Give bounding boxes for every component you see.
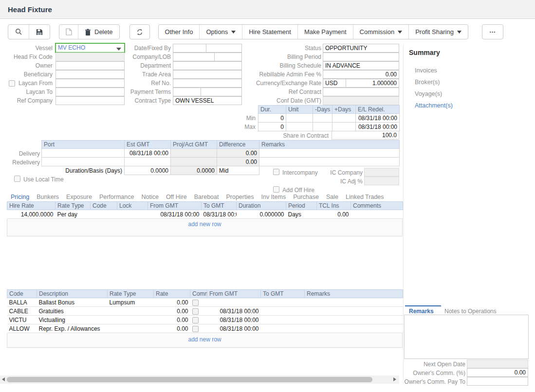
charge-description-cell[interactable]: Gratuities [37,307,108,316]
charge-description-cell[interactable]: Repr. Exp. / Allowances [37,324,108,333]
basis-cell[interactable]: Mid [217,166,259,175]
charge-rate-cell[interactable]: 0.00 [154,316,190,324]
laycan-from-field[interactable] [55,79,125,88]
vessel-select[interactable]: MV ECHO [55,43,125,53]
contract-type-field[interactable]: OWN VESSEL [173,96,242,105]
charge-rate-type-cell[interactable] [108,316,154,324]
date-field[interactable] [173,44,206,53]
charge-description-cell[interactable]: Ballast Bonus [37,298,108,307]
rate-type-cell[interactable]: Per day [55,210,91,219]
charge-code-cell[interactable]: ALLOW [7,324,37,333]
delete-button[interactable]: Delete [78,25,119,39]
redelivery-est-gmt-cell[interactable] [125,158,171,166]
charge-remarks-cell[interactable] [305,298,403,307]
status-field[interactable]: OPPORTUNITY [323,44,399,53]
delivery-remarks-cell[interactable] [259,149,400,158]
charge-code-cell[interactable]: VICTU [7,316,37,324]
pricing-add-new-row-link[interactable]: add new row [7,221,402,228]
delivery-port-cell[interactable] [42,149,125,158]
code-cell[interactable] [91,210,117,219]
tcl-ins-cell[interactable]: 0.00 [317,210,351,219]
min-plus-days-cell[interactable] [332,114,356,123]
trade-area-field[interactable] [173,70,242,79]
company-field[interactable] [173,53,215,61]
comm-checkbox[interactable] [192,308,199,315]
rebillable-admin-fee-field[interactable]: 0.00 [323,70,399,79]
department-field[interactable] [173,61,242,70]
charge-remarks-cell[interactable] [305,307,403,316]
comm-checkbox[interactable] [192,300,199,306]
comm-checkbox[interactable] [192,317,199,323]
min-unit-cell[interactable] [286,114,313,123]
max-el-redel-cell[interactable]: 08/31/18 00:00 [356,123,400,131]
charges-add-new-row-link[interactable]: add new row [7,336,402,343]
delivery-est-gmt-cell[interactable]: 08/31/18 00:00 [125,149,171,158]
tab-remarks[interactable]: Remarks [409,308,434,315]
period-cell[interactable]: Days [286,210,317,219]
charge-rate-cell[interactable]: 0.00 [154,298,190,307]
charge-from-gmt-cell[interactable]: 08/31/18 00:00 [207,316,261,324]
charge-from-gmt-cell[interactable]: 08/31/18 00:00 [207,307,261,316]
intercompany-checkbox[interactable] [273,169,279,175]
use-local-time-checkbox[interactable] [14,176,20,182]
billing-period-field[interactable] [323,53,399,61]
from-gmt-cell[interactable]: 08/31/18 00:00 [148,210,202,219]
ref-contract-field[interactable] [323,88,399,96]
charge-code-cell[interactable]: CABLE [7,307,37,316]
beneficiary-field[interactable] [55,70,125,79]
max-minus-days-cell[interactable] [313,123,332,131]
save-button[interactable] [29,25,50,39]
charge-remarks-cell[interactable] [305,324,403,333]
charge-to-gmt-cell[interactable] [261,324,305,333]
summary-item-brokers[interactable]: Broker(s) [415,79,440,86]
owners-comm-pay-to-field[interactable] [467,377,528,386]
min-minus-days-cell[interactable] [313,114,332,123]
horizontal-scrollbar[interactable] [0,375,399,384]
make-payment-button[interactable]: Make Payment [297,25,353,39]
summary-item-attachments[interactable]: Attachment(s) [415,102,453,109]
hire-statement-button[interactable]: Hire Statement [242,25,297,39]
refresh-button[interactable] [130,25,149,39]
hire-rate-cell[interactable]: 14,000.0000 [7,210,55,219]
search-button[interactable] [8,25,29,39]
currency-field[interactable]: USD [323,79,346,88]
owner-field[interactable] [55,61,125,70]
other-info-button[interactable]: Other Info [159,25,200,39]
commission-button[interactable]: Commission [353,25,409,39]
duration-cell[interactable]: 0.000000 [237,210,286,219]
laycan-to-field[interactable] [55,88,125,96]
max-unit-cell[interactable] [286,123,313,131]
redelivery-remarks-cell[interactable] [259,158,400,166]
charge-to-gmt-cell[interactable] [261,316,305,324]
charge-rate-type-cell[interactable] [108,324,154,333]
charge-to-gmt-cell[interactable] [261,298,305,307]
ref-no-field[interactable] [173,79,242,88]
redelivery-port-cell[interactable] [42,158,125,166]
charge-from-gmt-cell[interactable]: 08/31/18 00:00 [207,324,261,333]
charge-rate-cell[interactable]: 0.00 [154,307,190,316]
charge-code-cell[interactable]: BALLA [7,298,37,307]
charge-rate-cell[interactable]: 0.00 [154,324,190,333]
min-el-redel-cell[interactable]: 08/31/18 00:00 [356,114,400,123]
max-plus-days-cell[interactable] [332,123,356,131]
billing-schedule-field[interactable]: IN ADVANCE [323,61,399,70]
exchange-rate-field[interactable]: 1.000000 [346,79,399,88]
summary-item-voyages[interactable]: Voyage(s) [415,90,442,97]
scroll-right-arrow-icon[interactable] [393,377,396,381]
tab-notes-to-operations[interactable]: Notes to Operations [444,308,497,315]
owners-comm-field[interactable]: 0.00 [467,368,528,377]
charge-rate-type-cell[interactable] [108,307,154,316]
summary-item-invoices[interactable]: Invoices [415,67,437,74]
share-in-contract-field[interactable]: 100.0 [332,131,399,140]
profit-sharing-button[interactable]: Profit Sharing [408,25,468,39]
add-off-hire-checkbox[interactable] [273,186,279,193]
scrollbar-thumb[interactable] [7,377,372,382]
ref-company-field[interactable] [55,96,125,105]
duration-basis-est-cell[interactable]: 0.0000 [125,166,171,175]
charge-to-gmt-cell[interactable] [261,307,305,316]
options-button[interactable]: Options [199,25,242,39]
charge-description-cell[interactable]: Victualling [37,316,108,324]
charge-rate-type-cell[interactable]: Lumpsum [108,298,154,307]
min-dur-cell[interactable]: 0 [258,114,286,123]
more-button[interactable]: ··· [482,25,503,39]
